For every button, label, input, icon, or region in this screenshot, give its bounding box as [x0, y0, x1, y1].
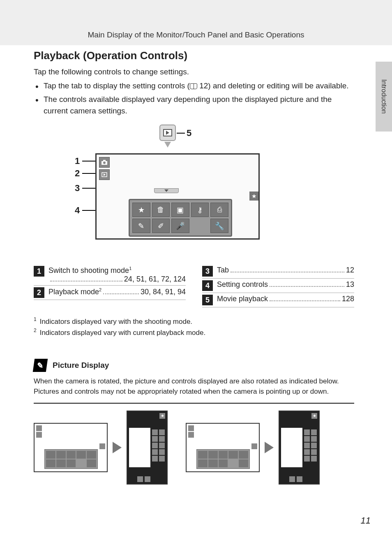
bullet-item: Tap the tab to display the setting contr…	[44, 80, 354, 92]
bullet-list: Tap the tab to display the setting contr…	[34, 80, 354, 117]
ref-row: 2 Playback mode2 30, 84, 91, 94	[34, 286, 186, 300]
ref-badge: 1	[34, 266, 44, 277]
callout-2: 2	[75, 168, 80, 179]
book-icon	[190, 83, 197, 89]
landscape-thumb	[186, 423, 260, 472]
page-number: 11	[361, 515, 371, 526]
ref-badge: 2	[34, 287, 44, 298]
ref-row: 3 Tab 12	[202, 264, 354, 279]
arrow-right-icon	[265, 442, 274, 453]
slideshow-icon[interactable]: ▣	[171, 203, 189, 217]
ref-badge: 3	[202, 266, 213, 277]
svg-point-2	[103, 162, 106, 164]
rating-icon[interactable]: ★	[132, 203, 150, 217]
callout-3: 3	[75, 183, 80, 194]
ref-row: 1 Switch to shooting mode1 24, 51, 61, 7…	[34, 264, 186, 286]
shooting-mode-button[interactable]	[99, 157, 110, 168]
side-tab-label: Introduction	[380, 79, 387, 114]
header-text: Main Display of the Monitor/Touch Panel …	[88, 30, 304, 39]
note-pencil-icon: ✎	[33, 359, 48, 372]
delete-icon[interactable]: 🗑	[152, 203, 170, 217]
movie-playback-callout	[159, 125, 176, 141]
section-divider	[34, 403, 354, 404]
footnotes: 1Indicators displayed vary with the shoo…	[34, 316, 354, 338]
print-icon[interactable]: ⎙	[210, 203, 228, 217]
tab-handle[interactable]	[154, 188, 179, 193]
callout-5: 5	[187, 128, 191, 138]
playback-mode-button[interactable]	[99, 169, 110, 180]
callout-4: 4	[75, 205, 80, 216]
section-title: ✎ Picture Display	[34, 359, 354, 372]
reference-table: 1 Switch to shooting mode1 24, 51, 61, 7…	[34, 264, 354, 307]
svg-rect-1	[103, 160, 106, 162]
portrait-thumb: ★	[127, 411, 168, 485]
arrow-right-icon	[113, 442, 122, 453]
ref-row: 5 Movie playback 128	[202, 293, 354, 307]
protect-icon[interactable]: ⚷	[191, 203, 209, 217]
intro-text: Tap the following controls to change set…	[34, 66, 354, 78]
playback-diagram: 5 1 2 3 4 ★ ★ 🗑 ▣ ⚷ ⎙ ✎ ✐	[79, 129, 309, 248]
ref-row: 4 Setting controls 13	[202, 279, 354, 293]
playback-icon	[101, 172, 108, 178]
paint-icon[interactable]: ✎	[132, 219, 150, 233]
page-title: Playback (Operation Controls)	[34, 49, 354, 62]
landscape-thumb	[34, 423, 108, 472]
play-icon	[166, 131, 169, 135]
camera-icon	[101, 159, 108, 165]
picture-desc: When the camera is rotated, the picture …	[34, 376, 354, 397]
side-tab[interactable]: Introduction	[376, 62, 392, 132]
header-bar: Main Display of the Monitor/Touch Panel …	[0, 0, 392, 45]
portrait-thumb: ★	[279, 411, 320, 485]
setup-icon[interactable]: 🔧	[210, 219, 228, 233]
bullet-item: The controls available displayed vary de…	[44, 94, 354, 116]
rating-side-button[interactable]: ★	[249, 192, 258, 201]
retouch-icon[interactable]: ✐	[152, 219, 170, 233]
rotation-illustration: ★ ★	[34, 411, 354, 485]
ref-badge: 4	[202, 280, 213, 291]
ref-badge: 5	[202, 295, 213, 305]
svg-marker-4	[104, 173, 106, 176]
callout-1: 1	[75, 156, 80, 166]
voice-memo-icon[interactable]: 🎤	[171, 219, 189, 233]
camera-screen: ★ ★ 🗑 ▣ ⚷ ⎙ ✎ ✐ 🎤 🔧	[95, 153, 260, 240]
setting-controls-panel: ★ 🗑 ▣ ⚷ ⎙ ✎ ✐ 🎤 🔧	[129, 199, 232, 237]
